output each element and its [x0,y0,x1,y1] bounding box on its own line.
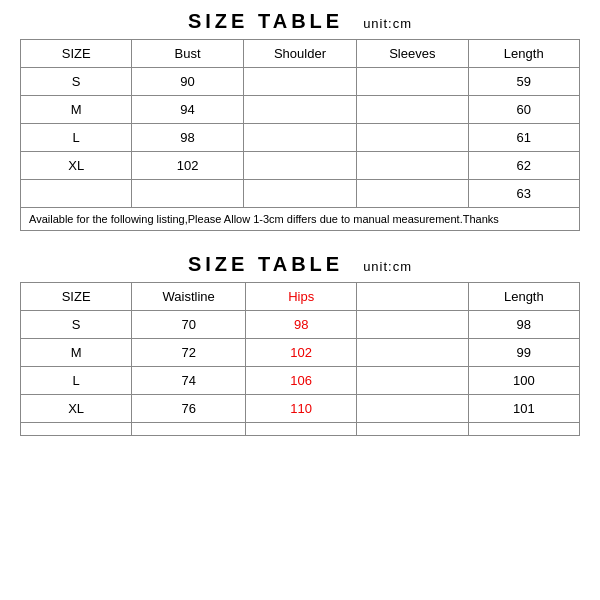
table-cell: 100 [468,367,579,395]
table-cell: L [21,124,132,152]
table-cell [357,423,468,436]
table1-header-cell: Bust [132,40,243,68]
table-row: S709898 [21,311,580,339]
table-cell: 98 [468,311,579,339]
note-row: Available for the following listing,Plea… [21,208,580,231]
table-row: M7210299 [21,339,580,367]
table2-header-cell: Length [468,283,579,311]
table1-header-cell: Sleeves [357,40,468,68]
table-cell [357,367,468,395]
table-cell: 101 [468,395,579,423]
table-row: S9059 [21,68,580,96]
table-cell [243,68,356,96]
table-row: M9460 [21,96,580,124]
table-cell: S [21,68,132,96]
table-cell [357,395,468,423]
table-cell: M [21,339,132,367]
table-cell [132,423,246,436]
table-cell [357,152,468,180]
table-cell [246,423,357,436]
table-cell: 74 [132,367,246,395]
table-cell: XL [21,395,132,423]
table-cell [468,423,579,436]
table-cell [21,423,132,436]
table-row: 63 [21,180,580,208]
table-cell: 90 [132,68,243,96]
table2: SIZEWaistlineHipsLength S709898M7210299L… [20,282,580,436]
table-cell: 98 [132,124,243,152]
table-cell: 62 [468,152,580,180]
table-cell [357,339,468,367]
table-cell: 76 [132,395,246,423]
table1-unit: unit:cm [363,16,412,31]
table-cell [357,124,468,152]
table-cell [243,152,356,180]
table1-title: SIZE TABLE [188,10,343,33]
table1: SIZEBustShoulderSleevesLength S9059M9460… [20,39,580,231]
table-cell: L [21,367,132,395]
table-cell [357,68,468,96]
table2-header-cell: SIZE [21,283,132,311]
table-cell: 106 [246,367,357,395]
table1-title-row: SIZE TABLE unit:cm [20,10,580,33]
table-cell: M [21,96,132,124]
table-row [21,423,580,436]
table2-header-cell: Hips [246,283,357,311]
table-cell [357,96,468,124]
table2-unit: unit:cm [363,259,412,274]
table1-header-cell: SIZE [21,40,132,68]
table-cell: 99 [468,339,579,367]
table1-section: SIZE TABLE unit:cm SIZEBustShoulderSleev… [20,10,580,231]
table-cell: 70 [132,311,246,339]
table-cell [243,96,356,124]
note-text: Available for the following listing,Plea… [21,208,580,231]
table-cell [243,124,356,152]
table-cell: 102 [246,339,357,367]
table-cell [21,180,132,208]
table-cell: 94 [132,96,243,124]
table-cell: XL [21,152,132,180]
table2-header-cell: Waistline [132,283,246,311]
table-row: L9861 [21,124,580,152]
table-cell [357,180,468,208]
table-cell: 61 [468,124,580,152]
table2-title-row: SIZE TABLE unit:cm [20,253,580,276]
table-cell [357,311,468,339]
table-cell: 63 [468,180,580,208]
table-cell: 60 [468,96,580,124]
table1-header-cell: Length [468,40,580,68]
table-cell [132,180,243,208]
page: SIZE TABLE unit:cm SIZEBustShoulderSleev… [0,0,600,456]
table1-header-cell: Shoulder [243,40,356,68]
table2-header-cell [357,283,468,311]
table2-title: SIZE TABLE [188,253,343,276]
table2-section: SIZE TABLE unit:cm SIZEWaistlineHipsLeng… [20,253,580,436]
table-cell: 72 [132,339,246,367]
table-row: XL76110101 [21,395,580,423]
table-row: L74106100 [21,367,580,395]
table-cell: 102 [132,152,243,180]
table-cell [243,180,356,208]
table-row: XL10262 [21,152,580,180]
table-cell: 98 [246,311,357,339]
table-cell: S [21,311,132,339]
table-cell: 59 [468,68,580,96]
table-cell: 110 [246,395,357,423]
